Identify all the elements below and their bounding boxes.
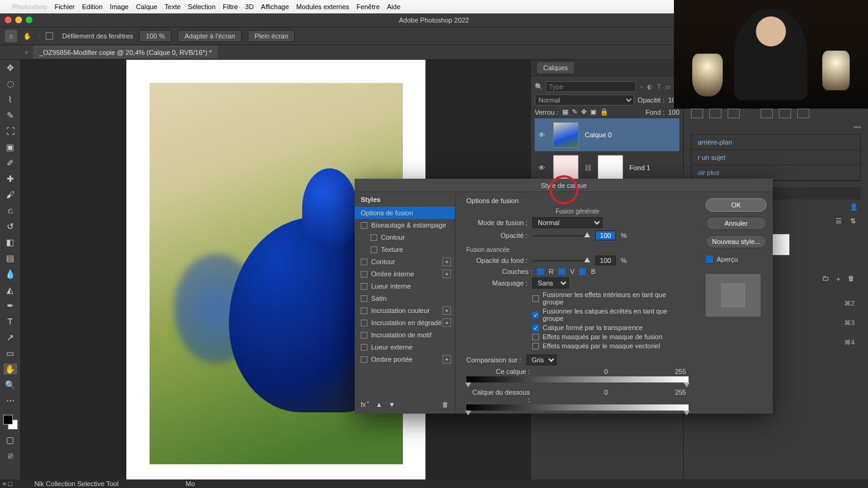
menu-plugins[interactable]: Modules externes [296, 3, 349, 10]
menu-text[interactable]: Texte [165, 3, 181, 10]
add-effect-icon[interactable]: + [443, 318, 451, 327]
visibility-toggle-icon[interactable]: 👁 [538, 131, 547, 138]
filter-adjust-icon[interactable]: ◐ [647, 83, 653, 91]
menu-window[interactable]: Fenêtre [356, 3, 380, 10]
style-blending-options[interactable]: Options de fusion [355, 207, 455, 219]
lock-all-icon[interactable]: 🔒 [600, 108, 609, 116]
remove-bg-button[interactable]: arrière-plan [692, 135, 860, 150]
lock-artboard-icon[interactable]: ▣ [590, 108, 596, 116]
history-brush-tool[interactable]: ↺ [4, 221, 17, 232]
this-layer-slider[interactable] [466, 376, 689, 382]
layer-thumbnail[interactable] [553, 122, 579, 148]
preview-checkbox[interactable] [706, 256, 713, 263]
filter-shape-icon[interactable]: ▱ [665, 83, 671, 91]
eyedropper-tool[interactable]: ✐ [4, 157, 17, 168]
more-options-icon[interactable]: ••• [691, 123, 861, 131]
underlying-slider[interactable] [466, 404, 689, 411]
crop-tool[interactable]: ⛶ [4, 126, 17, 137]
pen-tool[interactable]: ✒ [4, 300, 17, 311]
align-top-icon[interactable] [761, 109, 773, 118]
blend-mode-select[interactable]: Normal [532, 217, 602, 228]
dialog-titlebar[interactable]: Style de calque [355, 179, 773, 192]
style-outer-glow[interactable]: Lueur externe [355, 341, 455, 353]
blend-interior-checkbox[interactable] [532, 295, 539, 302]
edit-toolbar[interactable]: ⋯ [4, 395, 17, 406]
nik-collection-label[interactable]: Nik Collection Selective Tool [34, 480, 118, 487]
filter-image-icon[interactable]: ▫ [638, 83, 645, 90]
layer-filter-input[interactable] [546, 81, 636, 92]
transparency-shapes-checkbox[interactable] [532, 325, 539, 331]
move-up-icon[interactable]: ▲ [376, 401, 383, 409]
layer-name[interactable]: Calque 0 [585, 131, 612, 138]
type-tool[interactable]: T [4, 316, 17, 327]
lasso-tool[interactable]: ⌇ [4, 94, 17, 105]
fx-menu-icon[interactable]: fx˅ [361, 401, 370, 409]
move-tool[interactable]: ✥ [4, 62, 17, 73]
minimize-window-button[interactable] [15, 16, 22, 23]
menu-file[interactable]: Fichier [54, 3, 74, 10]
knockout-select[interactable]: Sans [532, 278, 569, 289]
menu-select[interactable]: Sélection [188, 3, 215, 10]
lock-pixels-icon[interactable]: ▦ [562, 108, 568, 116]
eraser-tool[interactable]: ◧ [4, 237, 17, 248]
menu-help[interactable]: Aide [387, 3, 400, 10]
opacity-value[interactable]: 100 [595, 231, 616, 240]
scroll-windows-checkbox[interactable] [46, 32, 53, 40]
close-tab-icon[interactable]: × [24, 49, 28, 56]
color-swatches[interactable] [3, 415, 18, 429]
clone-tool[interactable]: ⎌ [4, 205, 17, 216]
quickmask-toggle[interactable]: ▢ [4, 434, 17, 445]
blur-tool[interactable]: 💧 [4, 268, 17, 279]
style-inner-shadow[interactable]: Ombre interne+ [355, 268, 455, 280]
layer-mask-thumbnail[interactable] [598, 155, 623, 181]
add-effect-icon[interactable]: + [443, 355, 451, 364]
add-effect-icon[interactable]: + [443, 270, 451, 278]
layers-tab[interactable]: Calques [537, 62, 574, 73]
hand-tool[interactable]: ✋ [4, 364, 17, 375]
list-view-icon[interactable]: ☰ [836, 217, 842, 225]
full-screen-button[interactable]: Plein écran [248, 30, 295, 42]
healing-tool[interactable]: ✚ [4, 173, 17, 184]
fill-opacity-value[interactable]: 100 [595, 256, 616, 265]
channel-b-checkbox[interactable] [579, 268, 586, 275]
align-hcenter-icon[interactable] [709, 109, 722, 118]
lock-pos-icon[interactable]: ✥ [581, 108, 587, 116]
fill-opacity-slider[interactable] [532, 260, 590, 262]
menu-image[interactable]: Image [110, 3, 129, 10]
blend-mode-select[interactable]: Normal [535, 95, 634, 106]
lock-brush-icon[interactable]: ✎ [572, 108, 577, 116]
marquee-tool[interactable]: ◌ [4, 78, 17, 89]
style-bevel[interactable]: Biseautage & estampage [355, 219, 455, 231]
move-down-icon[interactable]: ▼ [388, 401, 395, 409]
style-texture-sub[interactable]: Texture [355, 243, 455, 256]
brush-tool[interactable]: 🖌 [4, 189, 17, 200]
opacity-slider[interactable] [532, 235, 590, 237]
foreground-color-swatch[interactable] [3, 415, 13, 425]
style-satin[interactable]: Satin [355, 292, 455, 304]
select-subject-button[interactable]: r un sujet [692, 150, 860, 165]
menu-3d[interactable]: 3D [245, 3, 254, 10]
close-window-button[interactable] [5, 16, 12, 23]
channel-v-checkbox[interactable] [559, 268, 565, 275]
hand-tool-icon[interactable]: ✋ [23, 32, 32, 40]
trash-icon[interactable]: 🗑 [848, 274, 855, 284]
style-color-overlay[interactable]: Incrustation couleur+ [355, 304, 455, 317]
dodge-tool[interactable]: ◭ [4, 284, 17, 295]
user-icon[interactable]: 👤 [850, 203, 858, 211]
cancel-button[interactable]: Annuler [706, 217, 767, 230]
add-icon[interactable]: ＋ [835, 274, 842, 284]
zoom-tool[interactable]: 🔍 [4, 379, 17, 390]
menu-filter[interactable]: Filtre [223, 3, 237, 10]
maximize-window-button[interactable] [26, 16, 32, 23]
path-tool[interactable]: ↗ [4, 332, 17, 343]
layer-row-0[interactable]: 👁 Calque 0 [535, 118, 679, 151]
menu-view[interactable]: Affichage [261, 3, 289, 10]
filter-type-icon[interactable]: T [656, 83, 662, 90]
layer-mask-hides-checkbox[interactable] [532, 334, 539, 340]
style-gradient-overlay[interactable]: Incrustation en dégradé+ [355, 317, 455, 329]
menu-edit[interactable]: Edition [82, 3, 103, 10]
style-inner-glow[interactable]: Lueur interne [355, 280, 455, 292]
layer-name[interactable]: Fond 1 [629, 164, 650, 171]
home-button[interactable]: ⌂ [5, 30, 17, 42]
trash-icon[interactable]: 🗑 [442, 401, 449, 409]
